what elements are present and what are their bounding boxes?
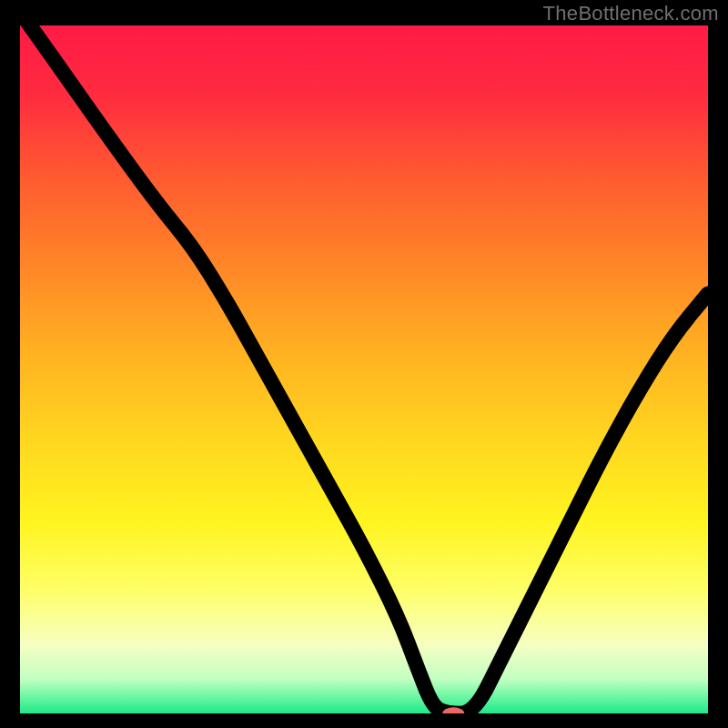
chart-frame: TheBottleneck.com xyxy=(0,0,728,728)
attribution-label: TheBottleneck.com xyxy=(543,2,719,25)
bottleneck-chart xyxy=(20,25,708,713)
plot-area xyxy=(20,25,708,713)
gradient-background xyxy=(20,25,708,713)
